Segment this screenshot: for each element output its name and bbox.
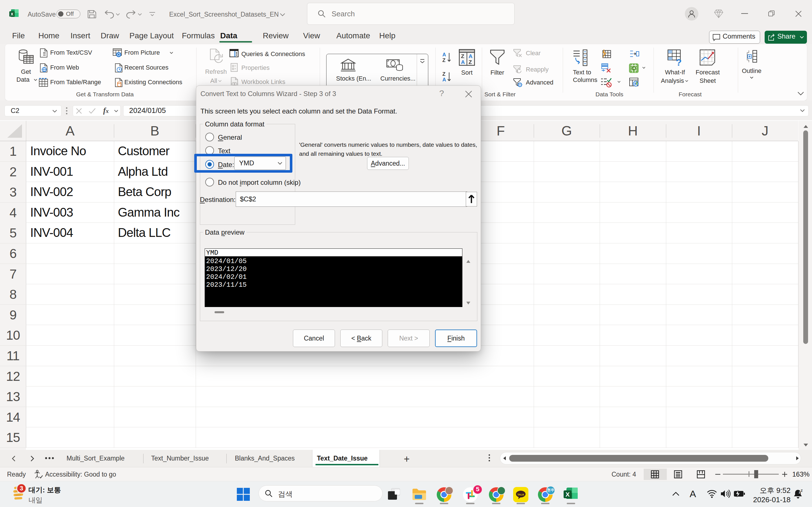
svg-text:A: A xyxy=(442,77,446,82)
svg-text:Z: Z xyxy=(801,489,803,492)
svg-text:?: ? xyxy=(676,57,682,67)
svg-text:A: A xyxy=(461,59,465,65)
svg-text:Z: Z xyxy=(469,59,472,65)
svg-text:Z: Z xyxy=(461,53,464,59)
svg-text:A: A xyxy=(469,53,472,59)
svg-text:Z: Z xyxy=(442,57,446,63)
svg-text:TALK: TALK xyxy=(517,493,524,496)
svg-text:A: A xyxy=(442,52,446,57)
svg-text:z: z xyxy=(799,490,801,494)
svg-text:X: X xyxy=(10,11,13,16)
svg-text:X: X xyxy=(566,491,570,498)
svg-text:Z: Z xyxy=(442,71,446,77)
